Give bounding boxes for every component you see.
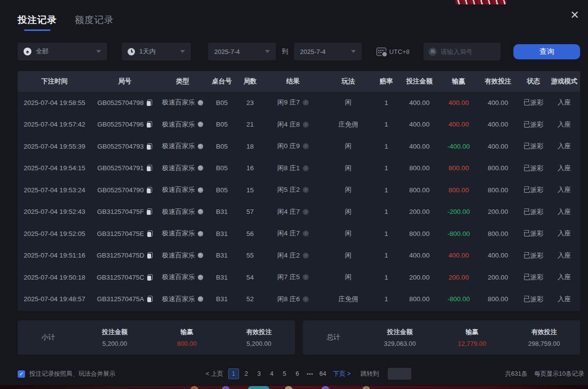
column-header: 下注时间: [18, 77, 91, 86]
cell-table-number: B05: [207, 99, 237, 106]
game-type-icon[interactable]: [198, 253, 203, 258]
cell-bet-amount: 400.00: [399, 121, 440, 128]
copy-icon[interactable]: [147, 208, 152, 215]
cell-round-id: GB312570475E: [91, 230, 158, 237]
result-info-icon[interactable]: [303, 143, 309, 149]
tab-bar: 投注记录 额度记录: [18, 14, 580, 31]
next-page-button[interactable]: 下页 >: [333, 370, 351, 378]
cell-bet-amount: 200.00: [399, 274, 440, 281]
cell-play-type: 闲: [322, 98, 374, 107]
jump-to-input[interactable]: [388, 368, 411, 380]
round-search-input[interactable]: [441, 48, 496, 55]
subtotal-valid-label: 有效投注: [223, 328, 295, 337]
game-type-icon[interactable]: [198, 296, 203, 302]
date-from-select[interactable]: 2025-7-4: [208, 43, 276, 60]
page-button[interactable]: 5: [279, 368, 290, 379]
copy-icon[interactable]: [147, 231, 153, 237]
copy-icon[interactable]: [147, 187, 152, 193]
page-button[interactable]: 64: [318, 368, 328, 379]
cell-play-type: 庄免佣: [322, 295, 374, 304]
game-type-icon[interactable]: [198, 209, 203, 214]
column-header: 局数: [237, 77, 264, 86]
round-badge-icon: 局: [428, 48, 437, 56]
subtotal-bet-value: 5,200.00: [79, 340, 151, 347]
subtotal-valid-value: 5,200.00: [223, 340, 295, 347]
cell-round-id: GB312570475F: [91, 208, 158, 215]
cell-game-mode: 入座: [548, 120, 580, 129]
subtotal-panel: 小计 投注金额 5,200.00 输赢 800.00 有效投注 5,200.00: [18, 320, 295, 355]
game-type-select[interactable]: ♠ 全部: [18, 43, 107, 60]
query-button[interactable]: 查询: [513, 44, 580, 59]
copy-icon[interactable]: [147, 165, 152, 171]
page-button[interactable]: 6: [292, 368, 303, 379]
copy-icon[interactable]: [147, 121, 152, 128]
cell-table-number: B05: [207, 164, 237, 172]
cell-bet-time: 2025-07-04 19:52:43: [18, 208, 91, 215]
cell-status: 已派彩: [519, 273, 548, 282]
cell-status: 已派彩: [519, 185, 548, 194]
round-search-field[interactable]: 局: [424, 43, 501, 60]
result-info-icon[interactable]: [303, 274, 309, 280]
cell-bet-amount: 800.00: [399, 164, 440, 172]
cell-round-id: GB0525704793: [91, 143, 158, 150]
game-type-icon[interactable]: [198, 122, 203, 127]
cell-bet-amount: 400.00: [399, 143, 440, 150]
chevron-down-icon: [265, 50, 270, 53]
cell-status: 已派彩: [519, 142, 548, 151]
checkbox-checked-icon[interactable]: ✓: [18, 370, 25, 378]
cell-bet-time: 2025-07-04 19:55:39: [18, 143, 91, 150]
result-info-icon[interactable]: [303, 122, 309, 128]
copy-icon[interactable]: [147, 252, 153, 259]
tab-betting-records[interactable]: 投注记录: [18, 14, 57, 31]
game-type-icon[interactable]: [198, 231, 203, 236]
cell-bet-time: 2025-07-04 19:48:57: [18, 295, 91, 303]
per-page-text: 每页显示10条记录: [535, 370, 584, 378]
result-info-icon[interactable]: [303, 209, 309, 215]
result-info-icon[interactable]: [303, 187, 309, 193]
game-type-icon[interactable]: [198, 100, 203, 105]
game-type-icon[interactable]: [198, 165, 203, 171]
merge-display-toggle[interactable]: ✓ 投注记录按照局、玩法合并展示: [18, 370, 115, 378]
tab-quota-records[interactable]: 额度记录: [75, 14, 114, 31]
prev-page-button[interactable]: < 上页: [206, 370, 223, 378]
copy-icon[interactable]: [147, 296, 153, 302]
cell-game-type: 极速百家乐: [158, 273, 207, 282]
cell-win-loss: 400.00: [440, 252, 477, 259]
cell-round-count: 23: [237, 99, 264, 106]
background-game-icon: [190, 386, 198, 389]
result-info-icon[interactable]: [303, 253, 309, 259]
cell-status: 已派彩: [519, 207, 548, 216]
result-info-icon[interactable]: [303, 165, 309, 171]
cell-bet-time: 2025-07-04 19:57:42: [18, 121, 91, 128]
cell-play-type: 闲: [322, 207, 374, 216]
cell-status: 已派彩: [519, 98, 548, 107]
page-button[interactable]: 4: [267, 368, 277, 379]
game-type-icon[interactable]: [198, 187, 203, 193]
result-info-icon[interactable]: [303, 296, 309, 302]
column-header: 类型: [158, 77, 207, 86]
copy-icon[interactable]: [147, 274, 153, 281]
cell-game-type: 极速百家乐: [158, 251, 207, 260]
cell-bet-time: 2025-07-04 19:51:16: [18, 252, 91, 259]
cell-win-loss: -800.00: [440, 295, 477, 303]
page-button[interactable]: 1: [228, 368, 239, 379]
result-info-icon[interactable]: [303, 100, 309, 105]
game-type-icon[interactable]: [198, 144, 203, 149]
copy-icon[interactable]: [147, 143, 152, 150]
record-count: 共631条 每页显示10条记录: [505, 370, 584, 378]
game-type-icon[interactable]: [198, 275, 203, 280]
time-range-select[interactable]: 1天内: [122, 43, 191, 60]
cell-valid-bet: 800.00: [477, 230, 519, 237]
date-to-select[interactable]: 2025-7-4: [294, 43, 362, 60]
cell-bet-time: 2025-07-04 19:50:18: [18, 274, 91, 281]
page-button[interactable]: 2: [241, 368, 252, 379]
copy-icon[interactable]: [147, 100, 152, 106]
more-pages-button[interactable]: •••: [305, 368, 316, 379]
cell-result: 闲7 庄5: [264, 273, 322, 282]
cell-round-count: 56: [237, 230, 264, 237]
result-info-icon[interactable]: [303, 231, 309, 236]
page-button[interactable]: 3: [254, 368, 265, 379]
column-header: 局号: [91, 77, 158, 86]
cell-round-count: 54: [237, 274, 264, 281]
cell-win-loss: 800.00: [440, 164, 477, 172]
